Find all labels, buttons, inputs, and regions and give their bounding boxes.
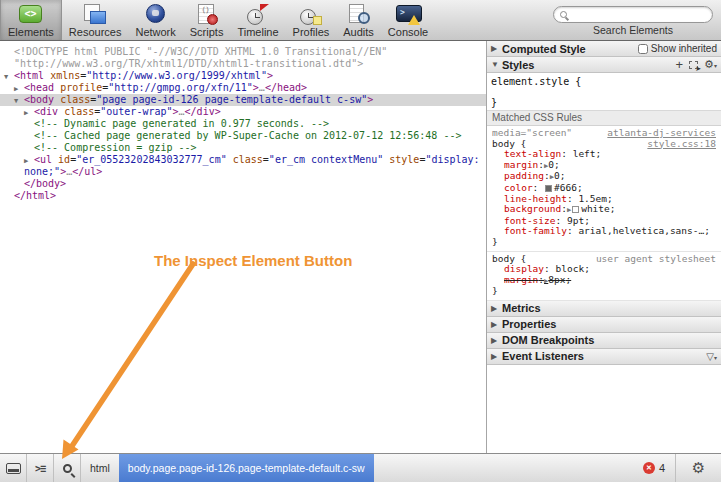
matched-rules: media="screen"atlanta-dj-servicesbody {s… [487, 126, 721, 301]
disclosure-down-icon[interactable]: ▼ [491, 60, 502, 69]
computed-style-title: Computed Style [502, 43, 586, 55]
magnifier-icon [63, 464, 72, 473]
expand-value-icon: ▶ [567, 206, 571, 214]
toolbar-button-network[interactable]: Network [128, 0, 182, 40]
disclosure-right-icon[interactable]: ▶ [491, 304, 502, 313]
show-inherited-control[interactable]: Show inherited [638, 43, 717, 54]
toolbar-button-timeline[interactable]: Timeline [230, 0, 285, 40]
dom-breakpoints-title: DOM Breakpoints [502, 334, 594, 346]
stylesheet-origin: user agent stylesheet [596, 254, 716, 265]
dom-tree-row[interactable]: ▶<head profile="http://gmpg.org/xfn/11">… [0, 82, 486, 94]
show-inherited-label: Show inherited [651, 43, 717, 54]
main-split: <!DOCTYPE html PUBLIC "-//W3C//DTD XHTML… [0, 41, 721, 453]
properties-header[interactable]: ▶ Properties [487, 317, 721, 333]
new-style-rule-icon[interactable]: + [676, 60, 684, 70]
element-state-picker-icon[interactable] [689, 61, 698, 69]
dom-tree-row[interactable]: ▶<div class="outer-wrap">…</div> [0, 106, 486, 118]
toolbar-button-label: Network [135, 26, 175, 38]
toolbar-button-label: Scripts [190, 26, 224, 38]
timeline-icon [245, 4, 271, 25]
dom-tree-row[interactable]: <!DOCTYPE html PUBLIC "-//W3C//DTD XHTML… [0, 46, 486, 58]
toolbar-button-label: Profiles [293, 26, 330, 38]
disclosure-right-icon[interactable]: ▶ [491, 336, 502, 345]
toolbar-button-profiles[interactable]: Profiles [286, 0, 337, 40]
dom-tree-row[interactable]: ▼<html xmlns="http://www.w3.org/1999/xht… [0, 70, 486, 82]
toolbar-button-audits[interactable]: Audits [336, 0, 381, 40]
network-icon [143, 4, 169, 25]
error-counter[interactable]: ✕ 4 [633, 454, 675, 482]
show-inherited-checkbox[interactable] [638, 44, 648, 54]
elements-panel: <!DOCTYPE html PUBLIC "-//W3C//DTD XHTML… [0, 41, 487, 453]
element-style-rule[interactable]: element.style { } [487, 73, 721, 111]
disclosure-right-icon[interactable]: ▶ [491, 44, 502, 53]
dock-icon [6, 463, 21, 474]
dom-tree-row[interactable]: </body> [0, 178, 486, 190]
event-listeners-filter-icon[interactable]: ▽▾ [706, 351, 717, 362]
dom-tree-row[interactable]: ▶<ul id="er_05523202843032777_cm" class=… [0, 154, 486, 166]
dom-tree-row[interactable]: none;">…</ul> [0, 166, 486, 178]
toolbar-button-elements[interactable]: Elements [0, 0, 62, 40]
dom-tree-row[interactable]: <!-- Cached page generated by WP-Super-C… [0, 130, 486, 142]
element-style-open: element.style { [491, 76, 717, 87]
search-input[interactable] [571, 9, 706, 20]
rule-close-brace: } [492, 237, 716, 248]
console-toggle-button[interactable]: >≡ [27, 454, 54, 482]
event-listeners-header[interactable]: ▶ Event Listeners ▽▾ [487, 349, 721, 365]
annotation-text: The Inspect Element Button [154, 252, 352, 269]
event-listeners-title: Event Listeners [502, 350, 584, 362]
styles-gear-icon[interactable]: ⚙▾ [704, 58, 717, 71]
disclosure-right-icon[interactable]: ▶ [491, 352, 502, 361]
color-swatch[interactable] [572, 206, 579, 213]
dom-tree-row[interactable]: <!-- Dynamic page generated in 0.977 sec… [0, 118, 486, 130]
styles-header[interactable]: ▼ Styles + ⚙▾ [487, 57, 721, 73]
styles-sidebar: ▶ Computed Style Show inherited ▼ Styles… [487, 41, 721, 453]
dom-tree: <!DOCTYPE html PUBLIC "-//W3C//DTD XHTML… [0, 46, 486, 202]
toolbar-button-label: Console [388, 26, 428, 38]
elements-icon [18, 4, 44, 25]
dom-tree-row[interactable]: ▼<body class="page page-id-126 page-temp… [0, 94, 486, 106]
computed-style-header[interactable]: ▶ Computed Style Show inherited [487, 41, 721, 57]
disclosure-right-icon[interactable]: ▶ [491, 320, 502, 329]
css-rule: body {user agent stylesheetdisplay: bloc… [487, 252, 721, 301]
dom-tree-row[interactable]: <!-- Compression = gzip --> [0, 142, 486, 154]
matched-css-rules-bar: Matched CSS Rules [487, 111, 721, 126]
search-icon [560, 11, 567, 18]
error-count: 4 [659, 462, 665, 474]
rule-close-brace: } [492, 286, 716, 297]
toolbar-button-scripts[interactable]: Scripts [183, 0, 231, 40]
search-area: Search Elements [545, 0, 721, 40]
breadcrumb-html[interactable]: html [81, 454, 119, 482]
stylesheet-link[interactable]: atlanta-dj-services [607, 128, 716, 139]
toolbar-button-label: Timeline [237, 26, 278, 38]
element-style-close: } [491, 97, 717, 108]
toolbar-button-console[interactable]: Console [381, 0, 435, 40]
css-property[interactable]: font-family: arial,helvetica,sans-…; [492, 226, 716, 237]
stylesheet-link[interactable]: style.css:18 [647, 139, 716, 150]
rule-media-query: media="screen" [492, 128, 572, 139]
scripts-icon [194, 4, 220, 25]
gear-icon: ⚙ [692, 459, 705, 477]
dom-breakpoints-header[interactable]: ▶ DOM Breakpoints [487, 333, 721, 349]
console-prompt-icon: >≡ [35, 463, 45, 474]
settings-button[interactable]: ⚙ [675, 454, 721, 482]
statusbar: >≡ html body.page.page-id-126.page-templ… [0, 453, 721, 482]
inspect-element-button[interactable] [54, 454, 81, 482]
dom-tree-row[interactable]: "http://www.w3.org/TR/xhtml1/DTD/xhtml1-… [0, 58, 486, 70]
profiles-icon [298, 4, 324, 25]
toolbar-button-label: Audits [343, 26, 374, 38]
disclosure-down-icon[interactable]: ▼ [14, 95, 24, 107]
dom-tree-row[interactable]: </html> [0, 190, 486, 202]
disclosure-down-icon[interactable]: ▼ [4, 71, 14, 83]
css-property[interactable]: margin:▶8px; [492, 275, 716, 287]
audits-icon [346, 4, 372, 25]
search-field[interactable] [553, 6, 713, 23]
toolbar-button-resources[interactable]: Resources [62, 0, 129, 40]
metrics-title: Metrics [502, 302, 541, 314]
css-rule: media="screen"atlanta-dj-servicesbody {s… [487, 126, 721, 252]
breadcrumb-body[interactable]: body.page.page-id-126.page-template-defa… [119, 454, 374, 482]
styles-title: Styles [502, 59, 534, 71]
resources-icon [82, 4, 108, 25]
dock-toggle-button[interactable] [0, 454, 27, 482]
metrics-header[interactable]: ▶ Metrics [487, 301, 721, 317]
color-swatch[interactable] [545, 185, 552, 192]
